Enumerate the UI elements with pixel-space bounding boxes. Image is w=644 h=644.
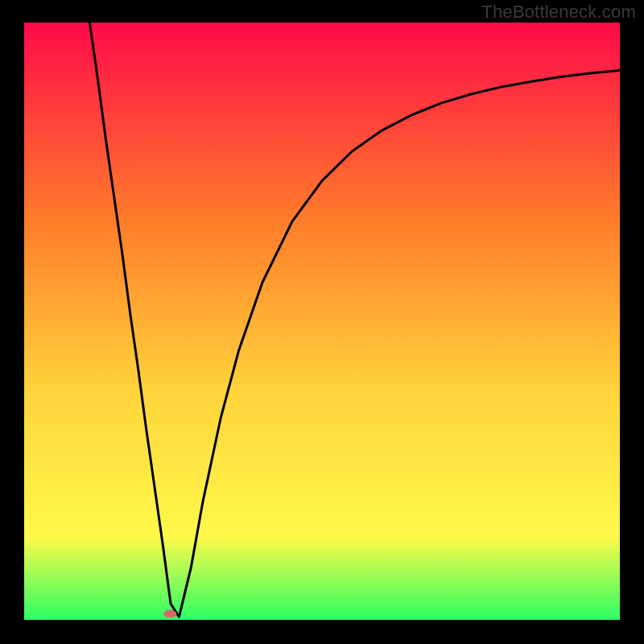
minimum-marker [163, 610, 176, 618]
chart-canvas [24, 23, 620, 620]
gradient-background [24, 23, 620, 620]
chart-frame: TheBottleneck.com [0, 0, 644, 644]
plot-area [24, 23, 620, 620]
watermark-text: TheBottleneck.com [481, 2, 636, 23]
